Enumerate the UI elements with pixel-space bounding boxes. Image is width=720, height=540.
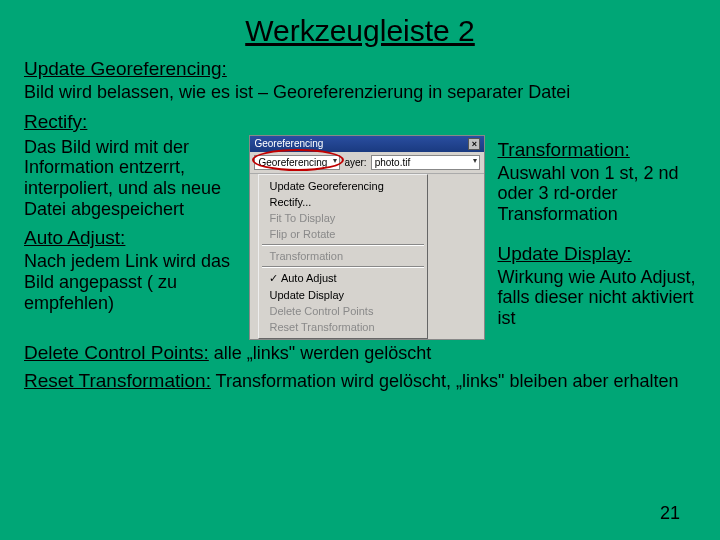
menu-separator: [262, 244, 424, 246]
menu-item: Flip or Rotate: [259, 226, 427, 242]
update-georef-label: Update Georeferencing:: [24, 58, 696, 80]
menu-separator: [262, 266, 424, 268]
menu-item: Transformation: [259, 248, 427, 264]
menu-item: Reset Transformation: [259, 319, 427, 335]
delete-cp-text: alle „links" werden gelöscht: [209, 343, 432, 363]
shot-window-title: Georeferencing: [254, 138, 323, 149]
update-georef-text: Bild wird belassen, wie es ist – Georefe…: [24, 82, 696, 103]
menu-item: Rectify...: [259, 194, 427, 210]
transformation-label: Transformation:: [497, 139, 696, 161]
close-icon: ×: [468, 138, 480, 150]
layer-prefix: ayer:: [344, 157, 366, 168]
menu-item: Auto Adjust: [259, 270, 427, 287]
georef-dropdown: Georeferencing: [254, 155, 340, 170]
auto-adjust-label: Auto Adjust:: [24, 227, 237, 249]
page-number: 21: [660, 503, 680, 524]
rectify-text: Das Bild wird mit der Information entzer…: [24, 137, 237, 220]
menu-item: Update Display: [259, 287, 427, 303]
menu-item: Fit To Display: [259, 210, 427, 226]
rectify-label: Rectify:: [24, 111, 696, 133]
transformation-text: Auswahl von 1 st, 2 nd oder 3 rd-order T…: [497, 163, 696, 225]
delete-cp-label: Delete Control Points:: [24, 342, 209, 363]
georef-menu: Update GeoreferencingRectify...Fit To Di…: [258, 174, 428, 339]
update-display-label: Update Display:: [497, 243, 696, 265]
update-display-text: Wirkung wie Auto Adjust, falls dieser ni…: [497, 267, 696, 329]
georef-toolbar-screenshot: Georeferencing × Georeferencing ayer: ph…: [249, 135, 485, 340]
menu-item: Delete Control Points: [259, 303, 427, 319]
slide-title: Werkzeugleiste 2: [24, 14, 696, 48]
auto-adjust-text: Nach jedem Link wird das Bild angepasst …: [24, 251, 237, 313]
reset-trans-label: Reset Transformation:: [24, 370, 211, 391]
reset-trans-text: Transformation wird gelöscht, „links" bl…: [211, 371, 679, 391]
menu-item: Update Georeferencing: [259, 178, 427, 194]
layer-dropdown: photo.tif: [371, 155, 481, 170]
